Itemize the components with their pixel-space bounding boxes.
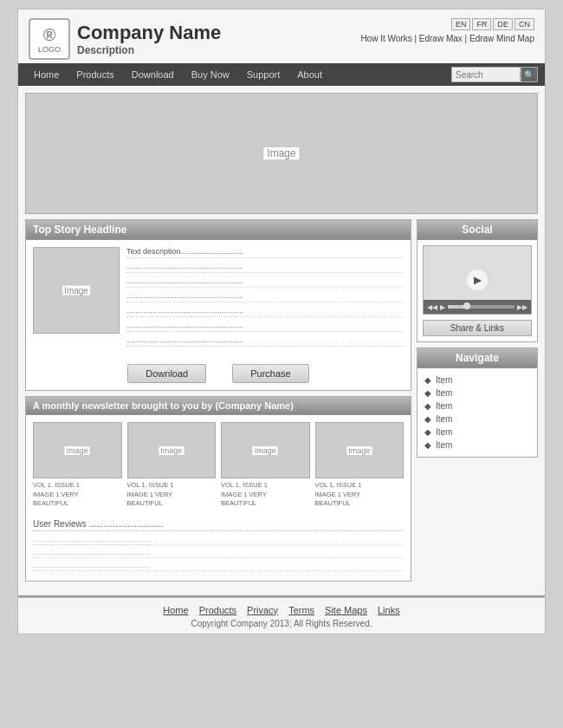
social-box: Social ▶ ◀◀ ▶ ▶▶ Share & Links [417,219,538,342]
navigate-item-label-3: Item [436,401,452,411]
search-input[interactable] [451,67,521,82]
search-button[interactable]: 🔍 [521,67,538,82]
logo-label: LOGO [38,45,61,54]
footer: Home Products Privacy Terms Site Maps Li… [18,598,545,634]
video-progress-fill [448,305,468,309]
nl-image-label-1: Image [65,446,90,455]
lang-cn[interactable]: CN [514,18,534,30]
navigate-box: Navigate ◆Item ◆Item ◆Item ◆Item ◆Item ◆… [417,348,538,458]
nav-search: 🔍 [451,67,538,82]
nl-image-2: Image [127,422,217,478]
navigate-item-label-1: Item [436,375,452,385]
nl-caption-2: VOL 1, ISSUE 1IMAGE 1 VERYBEAUTIFUL [127,481,217,509]
nav-item-home[interactable]: Home [25,63,68,86]
navigate-item-label-4: Item [436,414,452,424]
hero-image: Image [25,93,538,214]
nav-item-download[interactable]: Download [123,63,183,86]
reviews-line-2: ........................................… [33,548,404,558]
page-wrapper: ® LOGO Company Name Description EN FR DE… [17,9,546,634]
nl-image-label-3: Image [253,446,278,455]
navigate-item-6[interactable]: ◆Item [424,439,530,452]
navigate-item-1[interactable]: ◆Item [424,374,530,387]
footer-link-products[interactable]: Products [199,605,236,615]
download-button[interactable]: Download [127,364,206,383]
navigate-header: Navigate [417,348,537,368]
story-text-line-3: ........................................… [126,276,404,288]
navigate-item-label-6: Item [436,440,452,450]
video-progress[interactable] [448,305,514,309]
nl-caption-3: VOL 1, ISSUE 1IMAGE 1 VERYBEAUTIFUL [221,481,310,509]
story-text-line-5: ........................................… [126,306,404,317]
video-controls: ◀◀ ▶ ▶▶ [424,300,531,314]
footer-link-links[interactable]: Links [378,605,400,615]
content-left: Top Story Headline Image Text descriptio… [25,219,411,587]
nl-image-4: Image [315,422,404,478]
hero-image-label: Image [263,147,299,159]
company-info: Company Name Description [77,22,221,56]
bullet-icon-4: ◆ [424,414,431,424]
footer-copyright: Copyright Company 2013; All Rights Reser… [18,619,545,628]
footer-link-sitemaps[interactable]: Site Maps [325,605,367,615]
footer-link-terms[interactable]: Terms [288,605,314,615]
reviews-title: User Reviews ...........................… [33,519,404,531]
nav-item-buynow[interactable]: Buy Now [183,63,238,86]
nav-item-about[interactable]: About [288,63,331,86]
nav-items: Home Products Download Buy Now Support A… [25,63,451,86]
story-text-line-4: ........................................… [126,291,404,302]
story-text-line-2: ........................................… [126,262,404,273]
nl-image-block-2: Image VOL 1, ISSUE 1IMAGE 1 VERYBEAUTIFU… [127,422,217,509]
top-story-body: Image Text description..................… [26,240,411,357]
content-right: Social ▶ ◀◀ ▶ ▶▶ Share & Links Navi [417,219,538,587]
navigate-item-3[interactable]: ◆Item [424,400,530,413]
nl-image-label-4: Image [346,446,372,455]
nav-item-support[interactable]: Support [238,63,289,86]
header-link-text[interactable]: How It Works | Edraw Max | Edraw Mind Ma… [360,34,534,43]
video-prev-icon[interactable]: ◀◀ [427,303,437,311]
navigate-item-4[interactable]: ◆Item [424,413,530,426]
footer-link-home[interactable]: Home [163,605,188,615]
bullet-icon-2: ◆ [424,388,431,398]
logo-registered-icon: ® [43,25,56,45]
video-next-icon[interactable]: ▶▶ [517,303,527,311]
social-header: Social [417,220,537,240]
nav-item-products[interactable]: Products [68,63,122,86]
nl-caption-1: VOL 1, ISSUE 1IMAGE 1 VERYBEAUTIFUL [33,481,122,509]
newsletter-box: A monthly newsletter brought to you by (… [25,396,411,582]
share-links-button[interactable]: Share & Links [423,320,532,336]
story-text-line-1: Text description........................… [126,247,404,258]
play-button[interactable]: ▶ [467,270,488,290]
newsletter-images: Image VOL 1, ISSUE 1IMAGE 1 VERYBEAUTIFU… [26,415,411,516]
header: ® LOGO Company Name Description EN FR DE… [18,10,545,63]
logo-area: ® LOGO Company Name Description [29,18,221,60]
story-text: Text description........................… [126,247,404,350]
navigate-list: ◆Item ◆Item ◆Item ◆Item ◆Item ◆Item [417,368,537,457]
newsletter-header: A monthly newsletter brought to you by (… [26,397,411,415]
lang-switcher: EN FR DE CN [451,18,534,30]
company-name: Company Name [77,22,221,44]
company-description: Description [77,44,221,56]
action-buttons: Download Purchase [26,357,411,390]
lang-fr[interactable]: FR [472,18,491,30]
story-image-label: Image [62,286,90,296]
header-links: How It Works | Edraw Max | Edraw Mind Ma… [360,34,534,43]
nl-caption-4: VOL 1, ISSUE 1IMAGE 1 VERYBEAUTIFUL [315,481,404,509]
social-video: ▶ ◀◀ ▶ ▶▶ [423,245,532,315]
navigate-item-2[interactable]: ◆Item [424,387,530,400]
logo-box: ® LOGO [29,18,70,60]
navigate-item-5[interactable]: ◆Item [424,426,530,439]
footer-links: Home Products Privacy Terms Site Maps Li… [18,605,545,615]
video-play-icon[interactable]: ▶ [440,303,445,311]
reviews-section: User Reviews ...........................… [26,516,411,581]
story-text-line-7: ........................................… [126,335,404,347]
nl-image-block-1: Image VOL 1, ISSUE 1IMAGE 1 VERYBEAUTIFU… [33,422,122,509]
footer-link-privacy[interactable]: Privacy [247,605,278,615]
navigate-item-label-5: Item [436,427,452,437]
nl-image-block-3: Image VOL 1, ISSUE 1IMAGE 1 VERYBEAUTIFU… [221,422,310,509]
nl-image-block-4: Image VOL 1, ISSUE 1IMAGE 1 VERYBEAUTIFU… [315,422,404,509]
purchase-button[interactable]: Purchase [232,364,308,383]
navigate-item-label-2: Item [436,388,452,398]
bullet-icon-1: ◆ [424,375,431,385]
lang-de[interactable]: DE [493,18,513,30]
lang-en[interactable]: EN [451,18,471,30]
nl-image-label-2: Image [159,446,184,455]
